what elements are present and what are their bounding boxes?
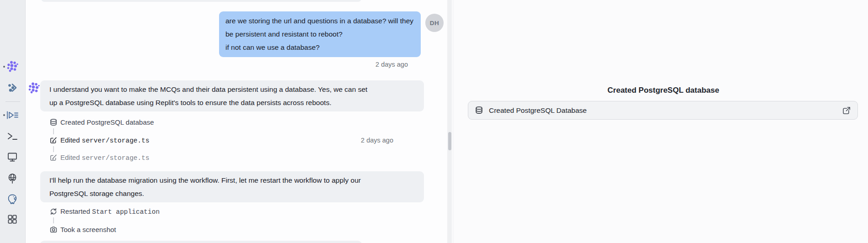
action-connector xyxy=(53,128,54,134)
postgresql-icon[interactable] xyxy=(5,192,19,206)
refresh-icon xyxy=(49,207,58,216)
user-message-line: if not can we use a database? xyxy=(225,41,413,54)
next-message-partial xyxy=(40,241,362,243)
user-message-timestamp: 2 days ago xyxy=(375,60,408,69)
database-icon xyxy=(49,118,58,127)
action-row-restarted-workflow[interactable]: Restarted Start application xyxy=(26,206,424,217)
camera-icon xyxy=(49,226,58,234)
preview-title: Created PostgreSQL database xyxy=(468,85,859,96)
console-notification-dot xyxy=(3,114,5,116)
output-monitor-icon[interactable] xyxy=(5,150,19,164)
shell-icon[interactable] xyxy=(5,129,19,143)
agent-message-bubble: I understand you want to make the MCQs a… xyxy=(40,80,424,111)
user-message-line: be persistent and resistant to reboot? xyxy=(225,27,413,41)
open-external-icon[interactable] xyxy=(842,106,851,115)
agent-preview-panel: Created PostgreSQL database Created Post… xyxy=(453,0,868,243)
all-tools-grid-icon[interactable] xyxy=(5,212,19,226)
chat-scrollbar-thumb[interactable] xyxy=(448,132,451,150)
toolbar-divider xyxy=(5,101,20,102)
file-edit-icon xyxy=(49,136,58,144)
action-label-prefix: Restarted xyxy=(60,207,90,215)
user-avatar: DH xyxy=(425,14,444,32)
action-file-path: server/storage.ts xyxy=(82,154,150,162)
action-label-prefix: Edited xyxy=(60,136,80,144)
action-connector xyxy=(53,217,54,223)
workflows-icon[interactable] xyxy=(5,81,19,95)
action-row-edited-file[interactable]: Edited server/storage.ts 2 days ago xyxy=(26,135,424,145)
user-message-line: are we storing the url and questions in … xyxy=(225,14,413,27)
action-timestamp: 2 days ago xyxy=(361,136,393,145)
action-label: Created PostgreSQL database xyxy=(60,117,154,127)
previous-message-partial xyxy=(41,0,361,2)
database-icon xyxy=(475,106,483,115)
left-toolbar xyxy=(0,0,26,243)
action-label: Took a screenshot xyxy=(60,225,116,235)
created-database-card[interactable]: Created PostgreSQL Database xyxy=(468,101,858,120)
action-row-took-screenshot[interactable]: Took a screenshot xyxy=(26,225,424,235)
action-row-edited-file[interactable]: Edited server/storage.ts xyxy=(26,153,424,163)
file-edit-icon xyxy=(49,153,58,162)
action-label-prefix: Edited xyxy=(60,153,80,161)
card-label: Created PostgreSQL Database xyxy=(489,106,587,115)
agent-message-bubble: I'll help run the database migration usi… xyxy=(40,171,424,202)
user-message-bubble: are we storing the url and questions in … xyxy=(219,11,421,57)
agent-message-line: up a PostgreSQL database using Replit's … xyxy=(49,96,415,109)
agent-message-line: PostgreSQL storage changes. xyxy=(49,187,415,200)
console-icon[interactable] xyxy=(5,108,19,122)
replit-workspace: are we storing the url and questions in … xyxy=(0,0,868,243)
agent-avatar-icon xyxy=(27,82,40,95)
action-file-path: server/storage.ts xyxy=(82,137,150,144)
action-row-created-database[interactable]: Created PostgreSQL database xyxy=(26,117,424,127)
action-workflow-name: Start application xyxy=(92,208,160,216)
chat-scrollbar[interactable] xyxy=(447,0,452,243)
agent-chat-panel: are we storing the url and questions in … xyxy=(26,0,453,243)
action-connector xyxy=(53,146,54,152)
agent-notification-dot xyxy=(3,66,5,68)
agent-message-line: I understand you want to make the MCQs a… xyxy=(49,83,415,96)
publish-globe-icon[interactable] xyxy=(5,171,19,185)
agent-message-line: I'll help run the database migration usi… xyxy=(49,174,415,187)
agent-icon[interactable] xyxy=(5,60,19,74)
